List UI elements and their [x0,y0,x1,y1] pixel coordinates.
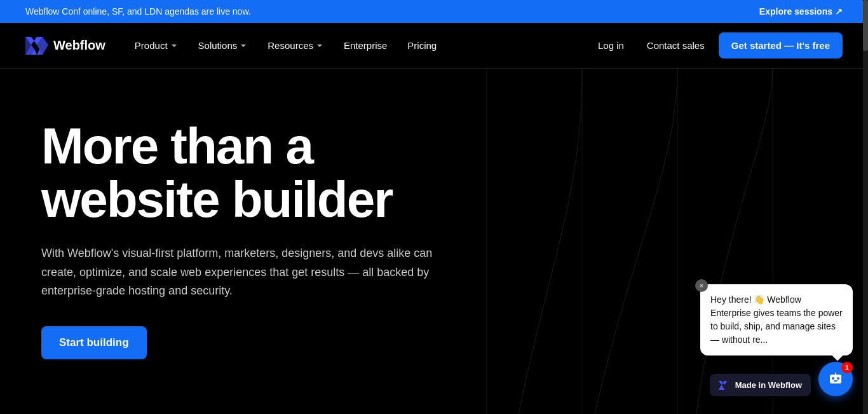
contact-sales-link[interactable]: Contact sales [638,35,714,56]
hero-subtitle: With Webflow's visual-first platform, ma… [41,244,435,301]
svg-point-6 [837,377,839,380]
svg-rect-8 [835,373,836,375]
navbar: Webflow Product Solutions Resources Ente… [0,23,868,69]
scrollbar-thumb[interactable] [863,0,868,51]
start-building-button[interactable]: Start building [41,326,147,359]
nav-item-enterprise[interactable]: Enterprise [335,35,396,56]
chat-icon-button[interactable]: 1 [818,362,853,396]
announcement-bar: Webflow Conf online, SF, and LDN agendas… [0,0,868,23]
nav-item-pricing[interactable]: Pricing [398,35,445,56]
chevron-down-icon [170,42,178,50]
robot-icon [827,371,844,387]
logo-text: Webflow [53,38,105,53]
svg-point-5 [832,377,834,380]
webflow-small-icon [719,381,730,390]
announcement-text: Webflow Conf online, SF, and LDN agendas… [25,6,251,17]
nav-item-resources[interactable]: Resources [259,35,332,56]
hero-content: More than a website builder With Webflow… [41,120,461,359]
explore-sessions-link[interactable]: Explore sessions ↗ [759,6,843,17]
hero-title: More than a website builder [41,120,461,226]
get-started-button[interactable]: Get started — It's free [719,32,843,59]
navbar-right: Log in Contact sales Get started — It's … [589,32,843,59]
nav-item-solutions[interactable]: Solutions [189,35,257,56]
scrollbar[interactable] [863,0,868,414]
made-in-webflow-badge[interactable]: Made in Webflow [710,374,811,396]
svg-rect-7 [834,380,837,382]
chat-bubble: × Hey there! 👋 Webflow Enterprise gives … [700,284,853,355]
chat-close-button[interactable]: × [695,279,708,292]
logo-link[interactable]: Webflow [25,37,105,55]
chevron-down-icon [316,42,323,50]
navbar-nav: Product Solutions Resources Enterprise P… [126,35,589,56]
webflow-logo-icon [25,37,48,55]
chat-bubble-arrow [832,350,843,361]
chat-badge: 1 [841,362,853,373]
svg-rect-4 [830,375,841,383]
chevron-down-icon [240,42,247,50]
login-link[interactable]: Log in [589,35,633,56]
nav-item-product[interactable]: Product [126,35,187,56]
